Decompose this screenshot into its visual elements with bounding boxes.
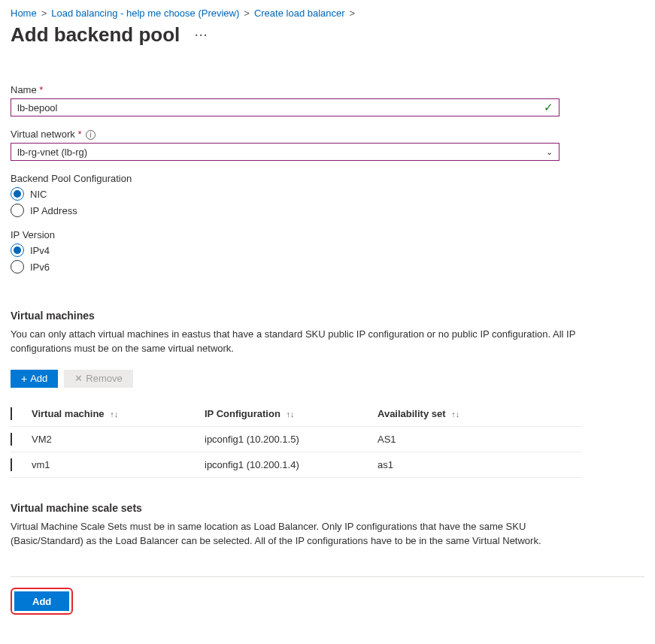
chevron-down-icon: ⌄ [546, 147, 553, 157]
breadcrumb-create-lb[interactable]: Create load balancer [254, 8, 345, 19]
page-title-text: Add backend pool [11, 23, 180, 47]
name-input[interactable] [11, 98, 559, 116]
vm-table: Virtual machine ↑↓ IP Configuration ↑↓ A… [11, 401, 582, 478]
cell-vm-as: as1 [378, 459, 582, 470]
vmss-section-desc: Virtual Machine Scale Sets must be in sa… [11, 520, 582, 549]
required-star: * [77, 128, 81, 140]
info-icon[interactable]: i [86, 130, 96, 140]
add-button-highlight: Add [11, 588, 73, 615]
cell-vm-ip: ipconfig1 (10.200.1.5) [205, 434, 378, 445]
add-vm-button[interactable]: + Add [11, 370, 58, 388]
name-label: Name * [11, 84, 559, 95]
sort-icon: ↑↓ [451, 410, 459, 419]
row-checkbox[interactable] [11, 458, 12, 471]
cell-vm-name: VM2 [32, 434, 205, 445]
cell-vm-ip: ipconfig1 (10.200.1.4) [205, 459, 378, 470]
table-row: VM2 ipconfig1 (10.200.1.5) AS1 [11, 427, 582, 452]
page-title: Add backend pool ··· [11, 23, 644, 47]
breadcrumb-lb-choose[interactable]: Load balancing - help me choose (Preview… [51, 8, 239, 19]
vm-section-desc: You can only attach virtual machines in … [11, 328, 582, 356]
table-row: vm1 ipconfig1 (10.200.1.4) as1 [11, 452, 582, 478]
vm-section-title: Virtual machines [11, 310, 644, 322]
radio-icon [11, 187, 24, 201]
col-ip-label: IP Configuration [205, 408, 280, 419]
add-vm-label: Add [30, 373, 47, 384]
backend-config-field: Backend Pool Configuration NIC IP Addres… [11, 173, 559, 217]
table-header: Virtual machine ↑↓ IP Configuration ↑↓ A… [11, 401, 582, 427]
breadcrumb: Home > Load balancing - help me choose (… [11, 8, 644, 19]
sort-icon: ↑↓ [110, 410, 118, 419]
add-backend-pool-button[interactable]: Add [14, 591, 69, 611]
col-vm-header[interactable]: Virtual machine ↑↓ [32, 408, 205, 419]
radio-ipv6-label: IPv6 [30, 262, 50, 273]
col-as-header[interactable]: Availability set ↑↓ [378, 408, 582, 419]
remove-vm-label: Remove [86, 373, 122, 384]
chevron-right-icon: > [41, 8, 47, 19]
chevron-right-icon: > [350, 8, 356, 19]
radio-icon [11, 260, 24, 274]
radio-ip-address[interactable]: IP Address [11, 204, 559, 217]
vnet-value: lb-rg-vnet (lb-rg) [17, 147, 87, 158]
select-all-checkbox[interactable] [11, 407, 12, 420]
backend-config-label: Backend Pool Configuration [11, 173, 559, 184]
ip-version-field: IP Version IPv4 IPv6 [11, 229, 559, 274]
cell-vm-as: AS1 [378, 434, 582, 445]
ip-version-label: IP Version [11, 229, 559, 240]
col-as-label: Availability set [378, 408, 446, 419]
vnet-select[interactable]: lb-rg-vnet (lb-rg) ⌄ [11, 143, 559, 161]
radio-nic-label: NIC [30, 189, 47, 200]
radio-ip-label: IP Address [30, 205, 77, 216]
vnet-label: Virtual network * i [11, 128, 559, 140]
vnet-field: Virtual network * i lb-rg-vnet (lb-rg) ⌄ [11, 128, 559, 161]
cell-vm-name: vm1 [32, 459, 205, 470]
radio-ipv6[interactable]: IPv6 [11, 260, 559, 274]
vnet-label-text: Virtual network [11, 128, 75, 140]
plus-icon: + [21, 373, 27, 385]
footer-bar: Add [11, 576, 644, 615]
name-label-text: Name [11, 84, 37, 95]
vmss-section-title: Virtual machine scale sets [11, 502, 644, 514]
x-icon: ✕ [74, 373, 83, 384]
radio-icon [11, 204, 24, 217]
row-checkbox[interactable] [11, 433, 12, 446]
name-field: Name * ✓ [11, 84, 559, 116]
chevron-right-icon: > [244, 8, 250, 19]
checkmark-icon: ✓ [544, 101, 553, 114]
vm-toolbar: + Add ✕ Remove [11, 370, 644, 388]
radio-nic[interactable]: NIC [11, 187, 559, 201]
col-ip-header[interactable]: IP Configuration ↑↓ [205, 408, 378, 419]
radio-ipv4[interactable]: IPv4 [11, 243, 559, 257]
more-menu-icon[interactable]: ··· [195, 29, 208, 41]
col-vm-label: Virtual machine [32, 408, 105, 419]
radio-ipv4-label: IPv4 [30, 245, 50, 256]
breadcrumb-home[interactable]: Home [11, 8, 37, 19]
required-star: * [39, 84, 43, 95]
radio-icon [11, 243, 24, 257]
remove-vm-button: ✕ Remove [64, 370, 132, 388]
sort-icon: ↑↓ [287, 410, 295, 419]
